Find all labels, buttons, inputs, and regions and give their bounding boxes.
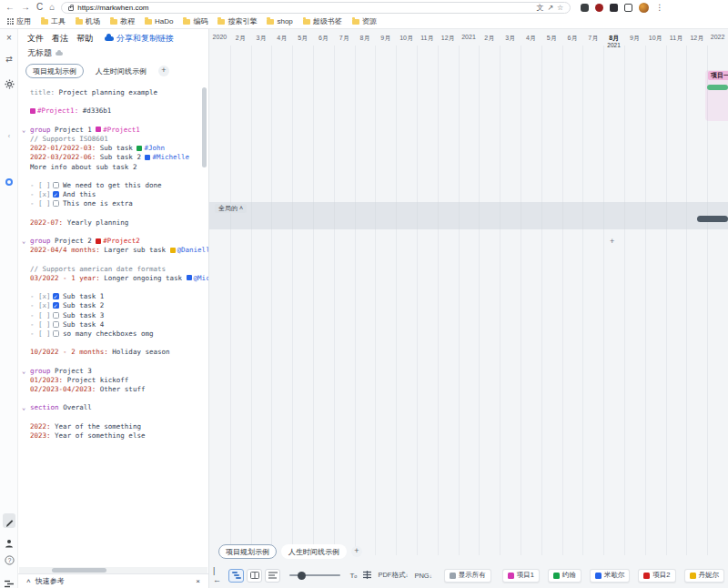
editor-line[interactable]: - [ ] This one is extra [30,199,196,208]
legend-chip[interactable]: 项目2 [638,569,675,583]
editor-line[interactable] [30,97,196,106]
event-bar-sub-task[interactable] [707,85,728,90]
editor-line[interactable]: #Project1: #d336b1 [30,106,196,116]
bookmark-folder[interactable]: 编码 [183,16,207,26]
editor-line[interactable]: - [ ] Sub task 4 [30,320,196,329]
tab-0[interactable]: 项目规划示例 [25,64,84,78]
text-size-icon[interactable]: To [349,572,357,580]
editor-line[interactable]: 2022-07: Yearly planning [30,218,196,228]
editor-line[interactable]: title: Project planning example [30,88,196,97]
checkbox-checked[interactable] [53,191,59,198]
url-text[interactable]: https://markwhen.com [77,4,148,12]
reload-icon[interactable]: C [36,0,43,15]
editor-line[interactable] [30,339,196,348]
help-icon[interactable]: ? [0,555,18,567]
legend-chip[interactable]: 丹妮尔 [684,569,725,583]
legend-chip[interactable]: 约翰 [548,569,581,583]
editor-line[interactable]: ⌄group Project 3 [30,367,196,376]
checkbox-unchecked[interactable] [53,182,59,188]
legend-chip[interactable]: 米歇尔 [590,569,631,583]
share-copy-link-button[interactable]: 分享和复制链接 [105,33,174,45]
checkbox-checked[interactable] [53,293,59,299]
bookmark-folder[interactable]: 超级书签 [303,16,342,26]
quickref-close-icon[interactable]: × [196,577,200,585]
extension-icon-3[interactable] [610,4,618,12]
bookmark-folder[interactable]: 工具 [41,16,66,26]
checkbox-unchecked[interactable] [53,200,59,207]
bookmark-folder[interactable]: 搜索引擎 [217,16,257,26]
quickref-label[interactable]: 快速参考 [35,576,65,586]
editor-line[interactable] [30,394,196,403]
editor-line[interactable]: 2022: Year of the something [30,422,196,431]
code-editor[interactable]: title: Project planning example#Project1… [18,82,208,567]
event-bar-overall[interactable] [697,216,728,222]
timeline-panel[interactable]: 20202月3月4月5月6月7月8月9月10月11月12月20212月3月4月5… [209,29,728,588]
extension-icon-2[interactable] [595,4,603,12]
editor-line[interactable] [30,413,196,422]
row-density-icon[interactable] [363,571,371,581]
quick-reference-icon[interactable] [0,575,18,588]
extension-icon-1[interactable] [581,4,589,12]
export-png-button[interactable]: PNG↓ [414,572,431,580]
editor-line[interactable]: - [x] Sub task 2 [30,301,196,310]
quickref-caret-icon[interactable]: ˄ [26,577,31,585]
forward-icon[interactable]: → [21,0,30,15]
menu-item-1[interactable]: 看法 [52,33,68,45]
fold-caret-icon[interactable]: ⌄ [22,403,25,412]
checkbox-unchecked[interactable] [53,312,59,319]
editor-line[interactable]: // Supports american date formats [30,265,196,274]
editor-line[interactable]: More info about sub task 2 [30,163,196,172]
editor-line[interactable]: 02/2023-04/2023: Other stuff [30,385,196,394]
extension-icon-4[interactable] [624,4,632,12]
editor-line[interactable]: 2022-01/2022-03: Sub task #John [30,144,196,153]
bookmark-apps[interactable]: 应用 [7,16,31,26]
browser-menu-icon[interactable]: ⋮ [655,3,663,12]
user-icon[interactable] [0,535,18,552]
legend-chip[interactable]: 项目1 [502,569,540,583]
add-tab-button[interactable]: + [351,546,362,557]
checkbox-unchecked[interactable] [53,330,59,337]
editor-line[interactable]: 03/2022 - 1 year: Longer ongoing task @M… [30,274,196,283]
editor-vscrollbar[interactable] [202,87,207,167]
tab-1[interactable]: 人生时间线示例 [88,64,154,78]
bookmark-folder[interactable]: HaDo [145,17,173,25]
view-columns-button[interactable] [247,569,262,583]
view-list-button[interactable] [265,569,280,583]
tab-1[interactable]: 人生时间线示例 [281,544,347,559]
zoom-slider[interactable] [289,574,340,576]
overall-section-label[interactable]: 全局的 ˄ [215,204,247,213]
home-icon[interactable]: ⌂ [49,0,55,15]
translate-icon[interactable]: 文 [536,3,543,13]
editor-line[interactable]: ⌄group Project 2 #Project2 [30,237,196,246]
document-title[interactable]: 无标题 [27,47,52,59]
editor-line[interactable] [30,283,196,292]
collapse-left-icon[interactable]: |← [213,566,222,584]
editor-line[interactable]: 10/2022 - 2 months: Holiday season [30,348,196,357]
editor-line[interactable]: // Supports ISO8601 [30,135,196,144]
editor-line[interactable]: - [x] Sub task 1 [30,292,196,301]
editor-line[interactable] [30,208,196,218]
editor-line[interactable]: 2022-04/4 months: Larger sub task @Danie… [30,246,196,255]
editor-line[interactable]: 2023: Year of something else [30,431,196,441]
show-all-button[interactable]: 显示所有 [444,569,491,583]
editor-line[interactable]: - [x] And this [30,190,196,199]
zoom-slider-handle[interactable] [298,572,306,580]
editor-line[interactable] [30,255,196,264]
bookmark-folder[interactable]: 教程 [110,16,135,26]
fold-caret-icon[interactable]: ⌄ [22,237,25,246]
fold-caret-icon[interactable]: ⌄ [22,367,25,376]
back-icon[interactable]: ← [5,0,15,15]
profile-avatar[interactable] [639,3,649,13]
edit-pencil-icon[interactable] [3,513,15,528]
settings-gear-icon[interactable] [0,76,18,93]
export-pdf-button[interactable]: PDF格式↓ [378,571,408,580]
editor-line[interactable]: ⌄section Overall [30,403,196,412]
editor-line[interactable] [30,172,196,181]
tab-0[interactable]: 项目规划示例 [218,544,277,559]
fold-caret-icon[interactable]: ⌄ [22,126,25,135]
add-tab-button[interactable]: + [158,66,169,76]
editor-line[interactable] [30,228,196,237]
editor-line[interactable]: - [ ] so many checkboxes omg [30,329,196,339]
address-bar[interactable]: https://markwhen.com 文 ↗ ☆ [61,2,571,14]
editor-line[interactable]: ⌄group Project 1 #Project1 [30,126,196,135]
